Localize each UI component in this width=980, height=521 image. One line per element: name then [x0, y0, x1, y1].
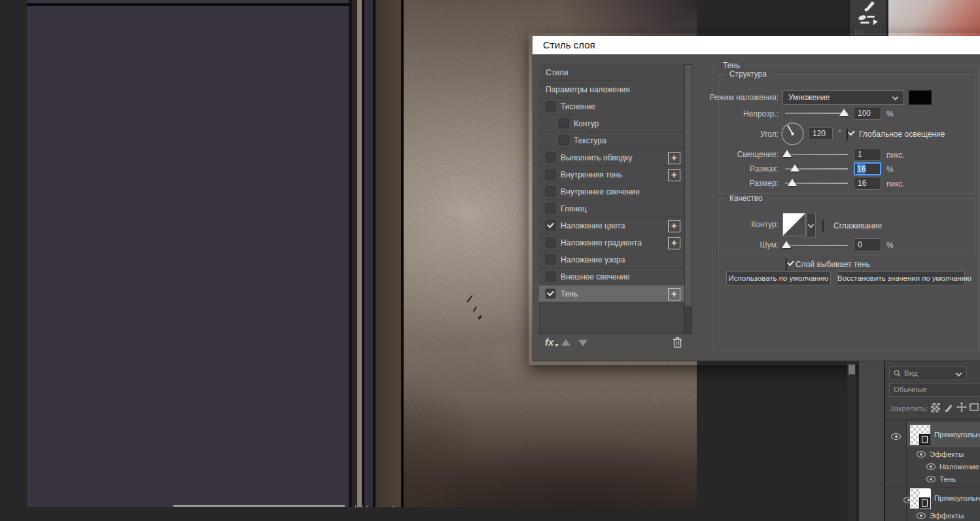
canvas-tick [362, 505, 362, 508]
style-item-bevel[interactable]: Тиснение [539, 98, 684, 115]
canvas-strip [352, 0, 357, 507]
layer2-effects-row[interactable]: Эффекты [917, 512, 964, 520]
styles-list-scroll-thumb[interactable] [685, 65, 691, 306]
contour-dropdown-button[interactable] [807, 213, 816, 238]
texture-checkbox[interactable] [559, 135, 569, 145]
add-effect-button[interactable]: fx [545, 336, 559, 348]
mixer-brush-icon[interactable] [858, 14, 880, 29]
style-item-satin[interactable]: Глянец [539, 200, 684, 217]
layer2-name[interactable]: Прямоугольник [934, 494, 980, 502]
layer1-thumbnail[interactable] [910, 425, 930, 445]
offset-input[interactable]: 1 [854, 148, 881, 161]
global-light-checkbox[interactable] [847, 128, 848, 141]
spread-input[interactable]: 16 [854, 162, 881, 175]
angle-label: Угол: [707, 130, 779, 139]
lock-transparency-icon[interactable] [931, 403, 940, 412]
opacity-slider-thumb[interactable] [839, 109, 849, 116]
layer1-visibility-eye-icon[interactable] [891, 433, 901, 440]
brush-icon[interactable] [862, 0, 879, 13]
offset-slider[interactable] [785, 154, 848, 155]
style-item-outer-glow[interactable]: Внешнее свечение [539, 268, 684, 285]
contour-thumbnail[interactable] [782, 213, 806, 236]
canvas-tick [393, 506, 394, 507]
size-slider-thumb[interactable] [788, 179, 797, 186]
layer2-thumbnail[interactable] [910, 488, 930, 509]
use-as-default-button[interactable]: Использовать по умолчанию [726, 271, 831, 285]
style-item-inner-shadow[interactable]: Внутренняя тень+ [539, 166, 684, 183]
color-overlay-checkbox[interactable] [546, 221, 555, 230]
smoothing-checkbox[interactable] [822, 220, 824, 232]
style-item-contour[interactable]: Контур [539, 115, 684, 132]
shadow-color-swatch[interactable] [909, 91, 931, 104]
reset-to-default-button[interactable]: Восстановить значения по умолчанию [837, 271, 965, 285]
style-item-stroke[interactable]: Выполнить обводку+ [539, 149, 684, 166]
canvas-purple-layer [27, 0, 349, 507]
drop-shadow-checkbox[interactable] [546, 289, 555, 298]
pattern-overlay-checkbox[interactable] [546, 255, 555, 264]
opacity-input[interactable]: 100 [854, 107, 881, 120]
style-item-blending-options[interactable]: Параметры наложения [539, 81, 684, 98]
smoothing-label: Сглаживание [833, 221, 882, 230]
contour-checkbox[interactable] [559, 118, 569, 128]
canvas-strip [364, 0, 373, 507]
style-item-pattern-overlay[interactable]: Наложение узора [539, 251, 684, 268]
outer-glow-checkbox[interactable] [546, 272, 555, 281]
dock-scrollbar-thumb[interactable] [849, 365, 855, 374]
noise-slider-thumb[interactable] [782, 241, 791, 248]
inner-glow-checkbox[interactable] [546, 187, 555, 196]
noise-slider[interactable] [785, 245, 848, 246]
color-picker-gradient[interactable] [888, 0, 980, 36]
lock-artboard-icon[interactable] [969, 402, 980, 412]
opacity-slider[interactable] [785, 113, 848, 114]
lock-pixels-brush-icon[interactable] [944, 402, 954, 412]
style-item-gradient-overlay[interactable]: Наложение градиента+ [539, 234, 684, 251]
offset-unit: пикс. [886, 151, 905, 160]
stroke-checkbox[interactable] [546, 153, 555, 162]
knockout-checkbox[interactable] [786, 259, 787, 271]
layer1-effects-row[interactable]: Эффекты [917, 450, 964, 458]
lock-position-move-icon[interactable] [956, 402, 967, 412]
style-item-styles[interactable]: Стили [539, 64, 684, 81]
add-drop-shadow-button[interactable]: + [668, 288, 680, 300]
offset-slider-thumb[interactable] [782, 150, 792, 157]
add-stroke-button[interactable]: + [668, 152, 680, 164]
layer1-fx-drop-shadow-row[interactable]: Тень [926, 475, 956, 483]
inner-shadow-checkbox[interactable] [546, 170, 555, 179]
add-inner-shadow-button[interactable]: + [668, 169, 680, 181]
spread-slider-thumb[interactable] [790, 164, 799, 171]
panel-divider [885, 419, 980, 420]
bevel-checkbox[interactable] [546, 101, 555, 111]
size-input[interactable]: 16 [854, 177, 881, 190]
dialog-title-bar[interactable]: Стиль слоя [533, 36, 980, 54]
style-item-drop-shadow[interactable]: Тень+ [539, 285, 684, 302]
dock-scrollbar[interactable] [847, 361, 856, 521]
angle-unit: ° [838, 128, 841, 137]
layer1-fx-color-overlay-row[interactable]: Наложение цвета [926, 463, 980, 471]
opacity-unit: % [886, 109, 894, 118]
style-item-texture[interactable]: Текстура [539, 132, 684, 149]
knockout-label: Слой выбивает тень [796, 260, 870, 269]
effects-visibility-eye-icon[interactable] [917, 512, 926, 519]
blend-mode-select[interactable]: Умножение [782, 90, 904, 105]
angle-dial[interactable] [780, 122, 805, 146]
style-item-color-overlay[interactable]: Наложение цвета+ [539, 217, 684, 234]
fx-visibility-eye-icon[interactable] [926, 463, 936, 470]
style-item-inner-glow[interactable]: Внутреннее свечение [539, 183, 684, 200]
effects-visibility-eye-icon[interactable] [917, 451, 926, 458]
add-color-overlay-button[interactable]: + [668, 220, 680, 232]
delete-effect-trash-icon[interactable] [673, 336, 682, 348]
search-icon [894, 370, 901, 377]
noise-input[interactable]: 0 [854, 238, 881, 251]
satin-checkbox[interactable] [546, 204, 555, 213]
angle-input[interactable]: 120 [809, 127, 833, 140]
move-effect-up-button[interactable] [561, 339, 570, 346]
offset-label: Смещение: [707, 150, 779, 159]
fx-visibility-eye-icon[interactable] [926, 476, 936, 482]
gradient-overlay-checkbox[interactable] [546, 238, 555, 247]
blend-filter-select[interactable]: Обычные [889, 383, 980, 397]
add-gradient-overlay-button[interactable]: + [668, 237, 680, 249]
layer1-name[interactable]: Прямоугольник [934, 431, 980, 439]
layer-filter-search[interactable]: Вид [889, 367, 967, 380]
contour-picker-label: Контур: [707, 220, 779, 229]
move-effect-down-button[interactable] [578, 340, 587, 346]
